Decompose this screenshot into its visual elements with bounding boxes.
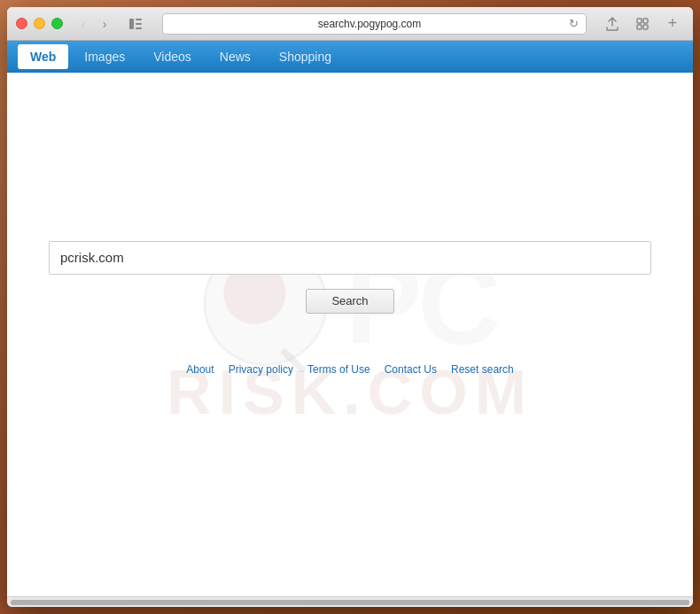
share-icon bbox=[606, 17, 618, 31]
address-bar[interactable]: searchv.pogypog.com ↻ bbox=[162, 13, 587, 35]
svg-rect-7 bbox=[643, 25, 648, 29]
traffic-lights bbox=[16, 18, 63, 29]
scrollbar-area bbox=[7, 596, 693, 607]
scrollbar-thumb[interactable] bbox=[11, 600, 689, 605]
toolbar: Web Images Videos News Shopping bbox=[7, 41, 693, 73]
tab-web[interactable]: Web bbox=[18, 44, 68, 69]
about-link[interactable]: About bbox=[186, 363, 214, 376]
tab-news[interactable]: News bbox=[207, 44, 263, 69]
svg-rect-0 bbox=[129, 19, 134, 29]
search-input[interactable] bbox=[49, 241, 651, 275]
new-tab-button[interactable]: + bbox=[661, 14, 684, 34]
sidebar-icon bbox=[129, 19, 142, 29]
svg-rect-5 bbox=[643, 19, 648, 23]
search-form: Search About Privacy policy Terms of Use… bbox=[49, 241, 651, 376]
close-button[interactable] bbox=[16, 18, 27, 29]
search-button[interactable]: Search bbox=[306, 289, 394, 314]
expand-button[interactable] bbox=[631, 14, 654, 34]
footer-links: About Privacy policy Terms of Use Contac… bbox=[186, 363, 513, 376]
url-text: searchv.pogypog.com bbox=[170, 18, 569, 30]
tab-images[interactable]: Images bbox=[72, 44, 137, 69]
expand-icon bbox=[636, 18, 649, 30]
maximize-button[interactable] bbox=[51, 18, 63, 29]
svg-rect-3 bbox=[136, 27, 142, 29]
svg-rect-1 bbox=[136, 19, 142, 20]
back-button[interactable]: ‹ bbox=[74, 14, 93, 34]
reload-button[interactable]: ↻ bbox=[569, 17, 579, 30]
terms-link[interactable]: Terms of Use bbox=[307, 363, 370, 376]
svg-rect-2 bbox=[136, 23, 142, 25]
minimize-button[interactable] bbox=[34, 18, 45, 29]
tab-videos[interactable]: Videos bbox=[141, 44, 204, 69]
scrollbar-track[interactable] bbox=[11, 600, 689, 605]
tab-shopping[interactable]: Shopping bbox=[267, 44, 344, 69]
reset-link[interactable]: Reset search bbox=[451, 363, 514, 376]
share-button[interactable] bbox=[601, 14, 624, 34]
main-content: PC RISK.COM Search About Privacy policy … bbox=[7, 73, 693, 596]
privacy-link[interactable]: Privacy policy bbox=[229, 363, 293, 376]
nav-arrows: ‹ › bbox=[74, 14, 114, 34]
contact-link[interactable]: Contact Us bbox=[385, 363, 437, 376]
sidebar-button[interactable] bbox=[123, 14, 148, 34]
titlebar: ‹ › searchv.pogypog.com ↻ bbox=[7, 7, 693, 41]
browser-window: ‹ › searchv.pogypog.com ↻ bbox=[7, 7, 693, 607]
svg-rect-4 bbox=[637, 19, 642, 23]
forward-button[interactable]: › bbox=[95, 14, 114, 34]
svg-rect-6 bbox=[637, 25, 642, 29]
